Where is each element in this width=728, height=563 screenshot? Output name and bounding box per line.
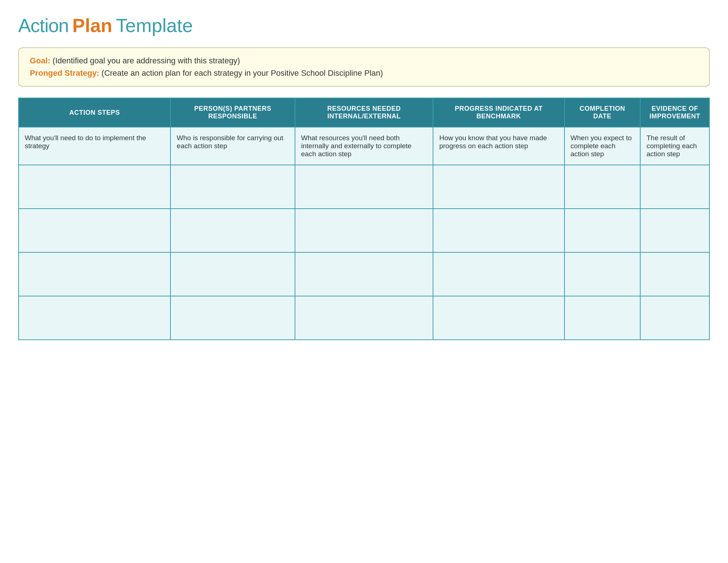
cell-completion-3[interactable] [564, 252, 641, 296]
table-row-description: What you'll need to do to implement the … [19, 127, 709, 165]
cell-progress-4[interactable] [433, 296, 564, 340]
cell-completion-4[interactable] [564, 296, 641, 340]
header-evidence-improvement: EVIDENCE OF IMPROVEMENT [640, 98, 709, 127]
table-header-row: ACTION STEPS PERSON(S) PARTNERS RESPONSI… [19, 98, 709, 127]
action-plan-table: ACTION STEPS PERSON(S) PARTNERS RESPONSI… [18, 98, 710, 340]
table-row [19, 296, 709, 340]
cell-action-steps-3[interactable] [19, 252, 170, 296]
pronged-text: (Create an action plan for each strategy… [102, 68, 383, 78]
pronged-line: Pronged Strategy: (Create an action plan… [30, 68, 698, 78]
header-persons-responsible: PERSON(S) PARTNERS RESPONSIBLE [170, 98, 295, 127]
cell-completion-2[interactable] [564, 209, 641, 252]
cell-evidence-2[interactable] [640, 209, 709, 252]
cell-action-steps-2[interactable] [19, 209, 170, 252]
cell-progress-1[interactable] [433, 165, 564, 209]
title-action-word: Action [18, 15, 69, 36]
cell-evidence-3[interactable] [640, 252, 709, 296]
header-completion-date: COMPLETION DATE [564, 98, 641, 127]
cell-evidence-desc: The result of completing each action ste… [640, 127, 709, 165]
goal-text: (Identified goal you are addressing with… [52, 56, 240, 65]
goal-line: Goal: (Identified goal you are addressin… [30, 56, 698, 66]
cell-persons-3[interactable] [170, 252, 295, 296]
cell-evidence-1[interactable] [640, 165, 709, 209]
title-template-word: Template [116, 15, 193, 36]
title-plan-word: Plan [72, 15, 113, 36]
cell-persons-desc: Who is responsible for carrying out each… [170, 127, 295, 165]
cell-evidence-4[interactable] [640, 296, 709, 340]
cell-progress-2[interactable] [433, 209, 564, 252]
cell-action-steps-desc: What you'll need to do to implement the … [19, 127, 170, 165]
header-resources-needed: RESOURCES NEEDED INTERNAL/EXTERNAL [295, 98, 433, 127]
goal-label: Goal: [30, 56, 50, 65]
cell-completion-desc: When you expect to complete each action … [564, 127, 641, 165]
cell-completion-1[interactable] [564, 165, 641, 209]
cell-action-steps-4[interactable] [19, 296, 170, 340]
table-row [19, 209, 709, 252]
page-title: Action Plan Template [18, 15, 710, 36]
cell-action-steps-1[interactable] [19, 165, 170, 209]
cell-persons-1[interactable] [170, 165, 295, 209]
header-progress-benchmark: PROGRESS INDICATED AT BENCHMARK [433, 98, 564, 127]
cell-resources-2[interactable] [295, 209, 433, 252]
pronged-label: Pronged Strategy: [30, 68, 99, 78]
cell-persons-4[interactable] [170, 296, 295, 340]
cell-resources-4[interactable] [295, 296, 433, 340]
cell-progress-desc: How you know that you have made progress… [433, 127, 564, 165]
cell-progress-3[interactable] [433, 252, 564, 296]
header-action-steps: ACTION STEPS [19, 98, 170, 127]
table-row [19, 165, 709, 209]
cell-persons-2[interactable] [170, 209, 295, 252]
goal-box: Goal: (Identified goal you are addressin… [18, 47, 710, 87]
cell-resources-3[interactable] [295, 252, 433, 296]
cell-resources-desc: What resources you'll need both internal… [295, 127, 433, 165]
table-row [19, 252, 709, 296]
cell-resources-1[interactable] [295, 165, 433, 209]
